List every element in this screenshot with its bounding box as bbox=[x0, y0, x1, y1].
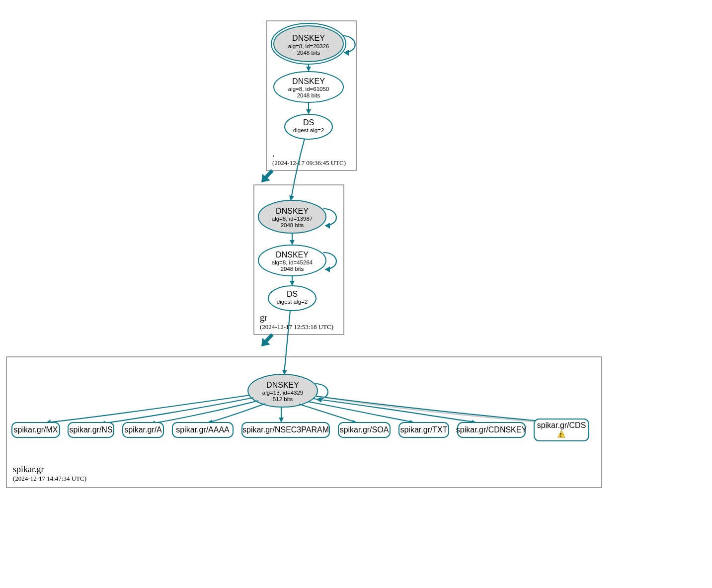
svg-marker-11 bbox=[306, 67, 311, 72]
svg-marker-54 bbox=[279, 418, 284, 422]
svg-marker-28 bbox=[325, 266, 330, 272]
svg-text:!: ! bbox=[560, 432, 562, 438]
rrset-nsec3param: spikar.gr/NSEC3PARAM bbox=[242, 408, 329, 437]
zone-tld: gr (2024-12-17 12:53:18 UTC) DNSKEY alg=… bbox=[254, 185, 344, 335]
dnssec-graph: . (2024-12-17 09:36:45 UTC) DNSKEY alg=8… bbox=[0, 0, 712, 588]
svg-marker-33 bbox=[290, 281, 295, 286]
svg-text:digest alg=2: digest alg=2 bbox=[277, 299, 308, 305]
svg-text:alg=8, id=61050: alg=8, id=61050 bbox=[288, 86, 329, 92]
zone-leaf: spikar.gr (2024-12-17 14:47:34 UTC) DNSK… bbox=[6, 357, 602, 488]
svg-text:spikar.gr/NS: spikar.gr/NS bbox=[69, 425, 112, 434]
node-root-ksk: DNSKEY alg=8, id=20326 2048 bits bbox=[271, 23, 355, 64]
svg-text:alg=8, id=13987: alg=8, id=13987 bbox=[272, 216, 313, 222]
edge-root-ds-to-tld-ksk bbox=[291, 139, 305, 199]
svg-text:spikar.gr/SOA: spikar.gr/SOA bbox=[340, 425, 389, 434]
delegation-tld-to-leaf bbox=[261, 335, 272, 346]
svg-text:spikar.gr/NSEC3PARAM: spikar.gr/NSEC3PARAM bbox=[242, 425, 329, 434]
svg-text:2048 bits: 2048 bits bbox=[281, 266, 304, 272]
svg-text:alg=8, id=45264: alg=8, id=45264 bbox=[272, 259, 313, 265]
svg-text:2048 bits: 2048 bits bbox=[297, 50, 320, 56]
svg-marker-6 bbox=[344, 50, 349, 56]
svg-text:spikar.gr/TXT: spikar.gr/TXT bbox=[400, 425, 447, 434]
node-tld-zsk: DNSKEY alg=8, id=45264 2048 bits bbox=[258, 245, 336, 276]
svg-text:DNSKEY: DNSKEY bbox=[276, 207, 309, 215]
svg-text:512 bits: 512 bits bbox=[273, 396, 293, 402]
svg-text:spikar.gr/CDNSKEY: spikar.gr/CDNSKEY bbox=[456, 425, 527, 434]
svg-marker-29 bbox=[290, 240, 295, 245]
svg-text:spikar.gr/CDS: spikar.gr/CDS bbox=[537, 421, 586, 429]
zone-root: . (2024-12-17 09:36:45 UTC) DNSKEY alg=8… bbox=[266, 21, 356, 170]
node-tld-ksk: DNSKEY alg=8, id=13987 2048 bits bbox=[258, 200, 336, 233]
node-root-ds: DS digest alg=2 bbox=[285, 114, 332, 139]
node-tld-ds: DS digest alg=2 bbox=[268, 286, 316, 311]
node-leaf-key: DNSKEY alg=13, id=4329 512 bits bbox=[248, 374, 328, 407]
svg-marker-15 bbox=[306, 109, 311, 114]
delegation-root-to-tld bbox=[261, 170, 272, 182]
svg-text:2048 bits: 2048 bits bbox=[281, 222, 304, 228]
zone-tld-ts: (2024-12-17 12:53:18 UTC) bbox=[260, 323, 333, 331]
edge-tld-ds-to-leaf-key bbox=[284, 311, 290, 373]
svg-text:digest alg=2: digest alg=2 bbox=[293, 127, 324, 133]
svg-marker-23 bbox=[325, 223, 330, 229]
zone-leaf-name: spikar.gr bbox=[13, 464, 44, 474]
node-root-zsk: DNSKEY alg=8, id=61050 2048 bits bbox=[274, 72, 343, 102]
svg-text:DNSKEY: DNSKEY bbox=[292, 77, 325, 85]
zone-root-name: . bbox=[272, 149, 275, 159]
svg-text:DNSKEY: DNSKEY bbox=[276, 251, 309, 259]
svg-text:spikar.gr/AAAA: spikar.gr/AAAA bbox=[176, 425, 230, 434]
zone-root-ts: (2024-12-17 09:36:45 UTC) bbox=[272, 159, 346, 167]
svg-text:DS: DS bbox=[287, 290, 298, 298]
svg-text:DS: DS bbox=[303, 118, 314, 127]
zone-leaf-ts: (2024-12-17 14:47:34 UTC) bbox=[13, 475, 86, 482]
zone-tld-name: gr bbox=[260, 313, 267, 323]
svg-text:spikar.gr/A: spikar.gr/A bbox=[124, 425, 162, 434]
svg-text:alg=8, id=20326: alg=8, id=20326 bbox=[288, 43, 329, 49]
svg-text:2048 bits: 2048 bits bbox=[297, 92, 320, 98]
svg-text:DNSKEY: DNSKEY bbox=[292, 34, 325, 42]
svg-text:spikar.gr/MX: spikar.gr/MX bbox=[14, 425, 58, 434]
svg-text:alg=13, id=4329: alg=13, id=4329 bbox=[262, 390, 304, 396]
svg-text:DNSKEY: DNSKEY bbox=[266, 381, 299, 389]
